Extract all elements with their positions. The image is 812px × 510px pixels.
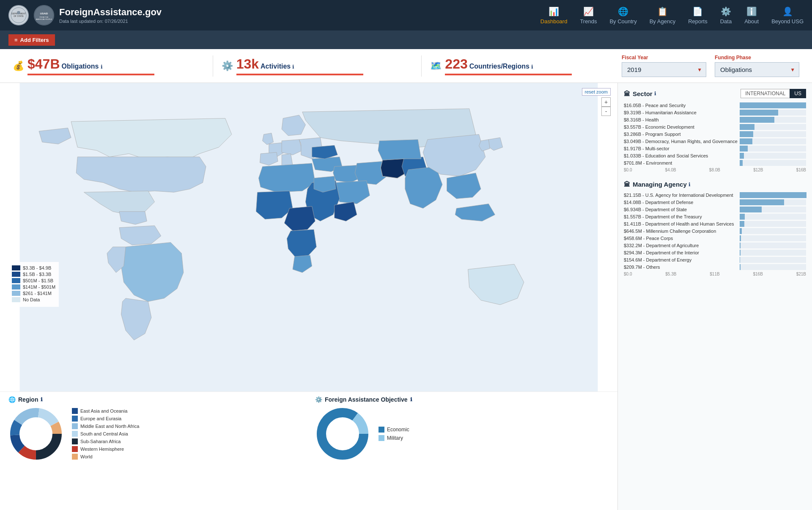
legend-item-6: No Data [12, 297, 55, 302]
svg-point-17 [20, 418, 52, 450]
site-brand: ForeignAssistance.gov Data last updated … [59, 7, 162, 24]
agency-bar-container-0 [740, 192, 806, 198]
svg-text:AMERICAN PEOPLE: AMERICAN PEOPLE [36, 18, 52, 20]
fiscal-year-select-wrapper: 2019 2018 2020 [622, 62, 706, 77]
add-filters-button[interactable]: ≡ Add Filters [8, 34, 55, 46]
data-icon: ⚙️ [721, 6, 731, 17]
agency-bar-row-8: $294.3M - Department of the Interior [624, 250, 806, 256]
sector-tab-international[interactable]: INTERNATIONAL [741, 89, 790, 98]
countries-value: 223 [445, 56, 467, 72]
fa-info-icon[interactable]: ℹ [410, 397, 412, 402]
legend-label-2: $1.5B - $3.3B [23, 272, 51, 277]
legend-item-3: $501M - $1.5B [12, 278, 55, 283]
sector-bar-label-4: $3.286B - Program Support [624, 132, 738, 137]
fa-legend-military: Military [379, 435, 409, 441]
agency-bar-row-0: $21.15B - U.S. Agency for International … [624, 192, 806, 198]
sector-bar-row-1: $9.319B - Humanitarian Assistance [624, 110, 806, 116]
fiscal-year-select[interactable]: 2019 2018 2020 [622, 62, 706, 77]
nav-data[interactable]: ⚙️ Data [720, 6, 732, 25]
about-icon: ℹ️ [746, 6, 757, 17]
agency-title: Managing Agency [633, 181, 687, 188]
region-info-icon[interactable]: ℹ [41, 397, 43, 402]
countries-info-icon[interactable]: ℹ [531, 64, 533, 70]
agency-bar-row-3: $1.557B - Department of the Treasury [624, 214, 806, 220]
sector-info-icon[interactable]: ℹ [654, 91, 656, 96]
agency-bar-container-7 [740, 243, 806, 248]
agency-bar-label-1: $14.08B - Department of Defense [624, 200, 738, 205]
dashboard-icon: 📊 [549, 6, 559, 17]
fiscal-year-control: Fiscal Year 2019 2018 2020 [622, 55, 706, 77]
sector-bar-fill-0 [740, 102, 806, 108]
foreign-assistance-title: ⚙️ Foreign Assistance Objective ℹ [315, 396, 609, 403]
nav-by-country[interactable]: 🌐 By Country [609, 6, 636, 25]
agency-bar-label-8: $294.3M - Department of the Interior [624, 250, 738, 255]
sector-bar-row-3: $3.557B - Economic Development [624, 124, 806, 130]
sector-tab-us[interactable]: US [790, 89, 806, 98]
agency-bar-label-0: $21.15B - U.S. Agency for International … [624, 193, 738, 198]
legend-color-1 [12, 265, 20, 270]
filter-bar: ≡ Add Filters [0, 30, 812, 49]
fa-legend: Economic Military [379, 427, 409, 441]
stat-divider-1 [213, 55, 213, 77]
legend-label-1: $3.3B - $4.9B [23, 265, 51, 270]
agency-bar-label-10: $209.7M - Others [624, 265, 738, 270]
funding-phase-label: Funding Phase [715, 55, 799, 61]
agency-bar-row-1: $14.08B - Department of Defense [624, 199, 806, 205]
legend-item-2: $1.5B - $3.3B [12, 272, 55, 277]
nav-by-agency[interactable]: 📋 By Agency [650, 6, 675, 25]
map-controls: reset zoom + - [582, 88, 611, 116]
legend-color-2 [12, 272, 20, 277]
agency-bank-icon: 🏛 [624, 181, 630, 188]
legend-color-3 [12, 278, 20, 283]
agency-bar-container-2 [740, 207, 806, 212]
agency-bar-fill-5 [740, 228, 742, 234]
main-nav: 📊 Dashboard 📈 Trends 🌐 By Country 📋 By A… [540, 6, 804, 25]
header-logo: DEPARTMENT OF STATE USAID FROM THE AMERI… [8, 5, 162, 25]
legend-item-5: $261 - $141M [12, 291, 55, 296]
agency-bar-fill-1 [740, 199, 784, 205]
agency-info-icon[interactable]: ℹ [689, 182, 691, 187]
activities-label: Activities [261, 63, 291, 70]
left-panel: reset zoom + - [0, 83, 617, 510]
funding-phase-select[interactable]: Obligations Disbursements [715, 62, 799, 77]
legend-item-4: $141M - $501M [12, 284, 55, 289]
agency-bar-container-8 [740, 250, 806, 256]
foreign-assistance-chart: Economic Military [315, 406, 609, 461]
agency-bar-row-5: $646.5M - Millennium Challenge Corporati… [624, 228, 806, 234]
reports-icon: 📄 [692, 6, 703, 17]
legend-label-5: $261 - $141M [23, 291, 52, 296]
nav-about[interactable]: ℹ️ About [744, 6, 759, 25]
countries-label: Countries/Regions [469, 63, 529, 70]
region-legend-world: World [72, 454, 139, 460]
zoom-in-button[interactable]: + [601, 97, 611, 107]
zoom-out-button[interactable]: - [601, 107, 611, 116]
coin-icon: 💰 [13, 61, 24, 72]
sector-title: Sector [633, 90, 653, 97]
nav-trends[interactable]: 📈 Trends [580, 6, 597, 25]
agency-bar-fill-3 [740, 214, 745, 220]
state-dept-seal: DEPARTMENT OF STATE [8, 5, 29, 25]
sector-bar-fill-7 [740, 153, 744, 159]
agency-bar-row-6: $458.6M - Peace Corps [624, 235, 806, 241]
svg-point-5 [34, 6, 54, 25]
sector-bar-fill-4 [740, 131, 753, 137]
agency-bar-label-3: $1.557B - Department of the Treasury [624, 214, 738, 219]
sector-header: 🏛 Sector ℹ INTERNATIONAL US [624, 89, 806, 98]
agency-bar-row-10: $209.7M - Others [624, 264, 806, 270]
sector-x-axis: $0.0 $4.0B $8.0B $12B $16B [624, 168, 806, 172]
region-legend-south-central: South and Central Asia [72, 431, 139, 437]
nav-dashboard[interactable]: 📊 Dashboard [540, 6, 568, 25]
managing-agency-section: 🏛 Managing Agency ℹ $21.15B - U.S. Agenc… [624, 181, 806, 276]
globe-region-icon: 🌐 [8, 396, 16, 403]
reset-zoom-link[interactable]: reset zoom [582, 88, 611, 96]
activities-info-icon[interactable]: ℹ [292, 64, 294, 70]
legend-item-1: $3.3B - $4.9B [12, 265, 55, 270]
sector-bar-label-1: $9.319B - Humanitarian Assistance [624, 110, 738, 115]
nav-beyond-usg[interactable]: 👤 Beyond USG [771, 6, 804, 25]
legend-label-6: No Data [23, 297, 40, 302]
obligations-info-icon[interactable]: ℹ [101, 64, 103, 70]
nav-reports[interactable]: 📄 Reports [688, 6, 708, 25]
agency-bar-container-10 [740, 264, 806, 270]
sector-bar-fill-5 [740, 138, 752, 144]
bottom-charts: 🌐 Region ℹ [0, 391, 617, 510]
